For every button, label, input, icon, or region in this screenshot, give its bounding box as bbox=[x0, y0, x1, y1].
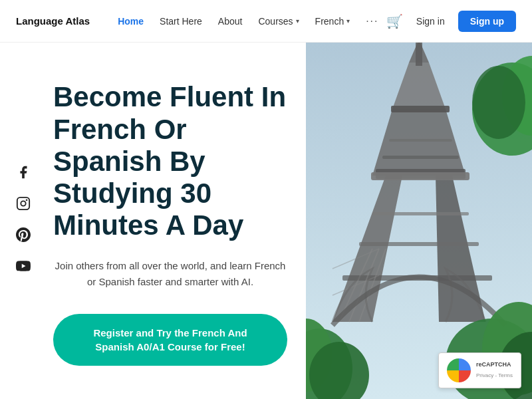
svg-point-2 bbox=[27, 200, 27, 201]
svg-rect-18 bbox=[389, 139, 452, 142]
nav-home[interactable]: Home bbox=[111, 11, 150, 32]
sign-in-link[interactable]: Sign in bbox=[411, 12, 450, 31]
nav-right: 🛒 Sign in Sign up bbox=[386, 11, 516, 32]
nav-start-here[interactable]: Start Here bbox=[153, 11, 209, 32]
nav-courses[interactable]: Courses bbox=[251, 11, 305, 32]
cart-icon[interactable]: 🛒 bbox=[386, 13, 403, 29]
hero-section: Become Fluent In French Or Spanish By St… bbox=[0, 43, 532, 399]
svg-rect-22 bbox=[416, 43, 422, 66]
svg-point-1 bbox=[21, 201, 25, 205]
sign-up-button[interactable]: Sign up bbox=[458, 11, 516, 32]
youtube-icon[interactable] bbox=[16, 259, 31, 277]
nav-more-dots[interactable]: ··· bbox=[359, 10, 385, 33]
svg-rect-20 bbox=[391, 106, 450, 112]
svg-rect-0 bbox=[17, 198, 29, 209]
hero-cta-button[interactable]: Register and Try the French And Spanish … bbox=[53, 314, 287, 366]
svg-rect-16 bbox=[371, 172, 469, 180]
hero-subtitle: Join others from all over the world, and… bbox=[53, 258, 287, 290]
pinterest-icon[interactable] bbox=[16, 227, 31, 245]
recaptcha-badge: reCAPTCHA Privacy - Terms bbox=[438, 352, 521, 388]
svg-rect-17 bbox=[382, 156, 459, 159]
hero-title: Become Fluent In French Or Spanish By St… bbox=[53, 81, 287, 241]
nav-french[interactable]: French bbox=[309, 11, 357, 32]
nav-about[interactable]: About bbox=[211, 11, 249, 32]
svg-point-31 bbox=[472, 66, 525, 139]
navbar: Language Atlas Home Start Here About Cou… bbox=[0, 0, 532, 43]
social-icons bbox=[16, 165, 31, 277]
hero-left: Become Fluent In French Or Spanish By St… bbox=[0, 43, 319, 399]
nav-links: Home Start Here About Courses French ··· bbox=[111, 10, 386, 33]
recaptcha-text: reCAPTCHA Privacy - Terms bbox=[476, 361, 513, 380]
instagram-icon[interactable] bbox=[16, 196, 31, 214]
svg-rect-8 bbox=[372, 212, 469, 215]
recaptcha-logo-icon bbox=[447, 358, 471, 382]
hero-image bbox=[306, 43, 532, 399]
site-logo[interactable]: Language Atlas bbox=[16, 15, 90, 27]
facebook-icon[interactable] bbox=[16, 165, 31, 183]
svg-rect-7 bbox=[359, 242, 479, 246]
